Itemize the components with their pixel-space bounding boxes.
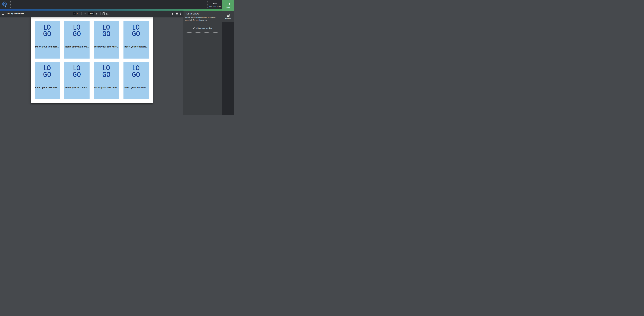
tab-preview[interactable]: PDF Preview (222, 10, 234, 22)
label-card: LOGO Insert your text here... (64, 62, 90, 99)
download-icon[interactable] (171, 12, 174, 15)
document-title: PDF by printformer (7, 13, 24, 15)
card-logo-text: LOGO (124, 65, 149, 78)
svg-text:PDF: PDF (227, 15, 229, 16)
card-logo-text: LOGO (124, 24, 149, 37)
label-card: LOGO Insert your text here... (124, 62, 149, 99)
download-preview-label: Download preview (198, 27, 212, 29)
zoom-level-input[interactable]: 100% (88, 12, 94, 15)
toolbar-separator (81, 12, 82, 15)
label-card: LOGO Insert your text here... (64, 21, 90, 58)
fit-to-page-icon[interactable] (102, 12, 105, 15)
pdf-file-icon: PDF (227, 13, 230, 17)
zoom-out-icon[interactable] (84, 13, 86, 15)
cloud-download-icon (193, 26, 197, 30)
page-total: 1 (78, 13, 80, 15)
printformer-logo-icon (2, 1, 8, 8)
progress-bar (0, 9, 222, 10)
label-card: LOGO Insert your text here... (94, 21, 119, 58)
pdf-viewport: LOGO Insert your text here... LOGO Inser… (0, 17, 183, 115)
hamburger-icon[interactable] (2, 13, 4, 15)
page-separator: / (77, 13, 78, 15)
card-placeholder-text: Insert your text here... (94, 86, 119, 89)
card-placeholder-text: Insert your text here... (124, 45, 149, 48)
card-logo-text: LOGO (94, 65, 119, 78)
card-placeholder-text: Insert your text here... (35, 45, 60, 48)
card-logo-text: LOGO (94, 24, 119, 37)
topbar-divider (207, 1, 208, 8)
right-rail: PDF Preview (222, 10, 234, 115)
card-placeholder-text: Insert your text here... (64, 45, 90, 48)
label-card: LOGO Insert your text here... (35, 21, 60, 58)
arrow-right-icon (226, 3, 230, 5)
panel-title: PDF preview (185, 12, 220, 15)
label-card: LOGO Insert your text here... (124, 21, 149, 58)
panel-description: Please review the document thoroughly, e… (185, 16, 220, 21)
card-placeholder-text: Insert your text here... (94, 45, 119, 48)
back-to-editor-button[interactable]: back to the editor (208, 0, 222, 9)
pdf-preview-panel: PDF preview Please review the document t… (183, 10, 222, 115)
download-preview-button[interactable]: Download preview (185, 24, 220, 32)
preview-tab-label: Preview (225, 17, 231, 19)
card-placeholder-text: Insert your text here... (35, 86, 60, 89)
dashed-divider (185, 32, 220, 33)
pdf-page: LOGO Insert your text here... LOGO Inser… (31, 17, 153, 103)
card-logo-text: LOGO (35, 24, 60, 37)
top-app-bar: back to the editor (0, 0, 222, 9)
card-logo-text: LOGO (64, 65, 90, 78)
card-placeholder-text: Insert your text here... (64, 86, 90, 89)
topbar-divider (10, 1, 11, 8)
done-label: Done (226, 6, 230, 8)
done-button[interactable]: Done (222, 0, 234, 10)
card-logo-text: LOGO (35, 65, 60, 78)
printer-icon[interactable] (176, 12, 178, 15)
toolbar-separator (100, 12, 100, 15)
pdf-viewer-toolbar: PDF by printformer 1 / 1 100% (0, 10, 183, 17)
card-placeholder-text: Insert your text here... (124, 86, 149, 89)
back-to-editor-label: back to the editor (209, 5, 221, 7)
page-number-input[interactable]: 1 (73, 12, 76, 15)
more-options-icon[interactable] (180, 12, 181, 15)
card-logo-text: LOGO (64, 24, 90, 37)
arrow-left-icon (213, 2, 217, 5)
rotate-ccw-icon[interactable] (106, 12, 109, 15)
zoom-in-icon[interactable] (96, 13, 98, 15)
label-card: LOGO Insert your text here... (35, 62, 60, 99)
label-card: LOGO Insert your text here... (94, 62, 119, 99)
